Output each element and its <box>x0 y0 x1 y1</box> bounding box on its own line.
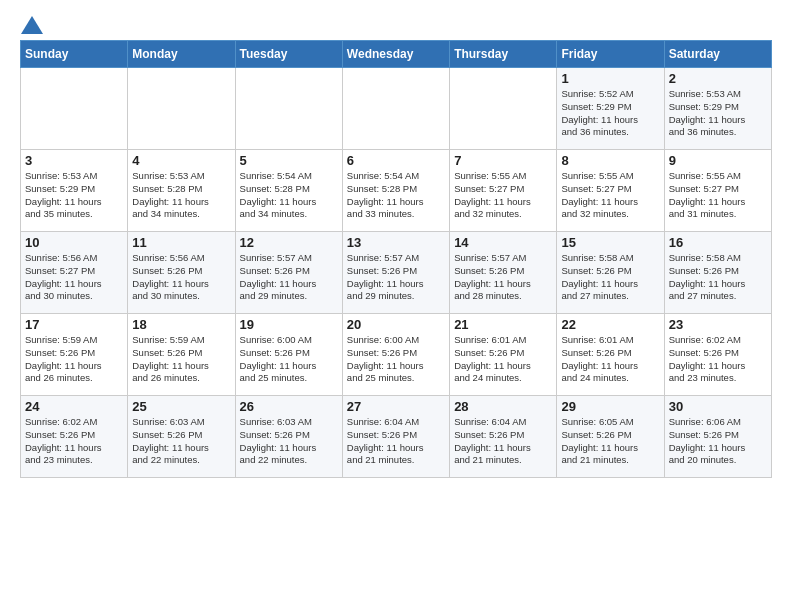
day-cell <box>128 68 235 150</box>
day-number: 11 <box>132 235 230 250</box>
calendar-table: SundayMondayTuesdayWednesdayThursdayFrid… <box>20 40 772 478</box>
day-cell: 30Sunrise: 6:06 AM Sunset: 5:26 PM Dayli… <box>664 396 771 478</box>
week-row-1: 1Sunrise: 5:52 AM Sunset: 5:29 PM Daylig… <box>21 68 772 150</box>
day-info: Sunrise: 5:53 AM Sunset: 5:28 PM Dayligh… <box>132 170 230 221</box>
day-number: 22 <box>561 317 659 332</box>
day-info: Sunrise: 6:04 AM Sunset: 5:26 PM Dayligh… <box>454 416 552 467</box>
day-cell <box>450 68 557 150</box>
week-row-3: 10Sunrise: 5:56 AM Sunset: 5:27 PM Dayli… <box>21 232 772 314</box>
day-number: 29 <box>561 399 659 414</box>
day-cell: 23Sunrise: 6:02 AM Sunset: 5:26 PM Dayli… <box>664 314 771 396</box>
day-number: 20 <box>347 317 445 332</box>
day-number: 25 <box>132 399 230 414</box>
col-header-friday: Friday <box>557 41 664 68</box>
day-info: Sunrise: 5:55 AM Sunset: 5:27 PM Dayligh… <box>454 170 552 221</box>
col-header-monday: Monday <box>128 41 235 68</box>
day-info: Sunrise: 6:02 AM Sunset: 5:26 PM Dayligh… <box>669 334 767 385</box>
day-info: Sunrise: 5:54 AM Sunset: 5:28 PM Dayligh… <box>240 170 338 221</box>
day-cell: 4Sunrise: 5:53 AM Sunset: 5:28 PM Daylig… <box>128 150 235 232</box>
day-cell: 28Sunrise: 6:04 AM Sunset: 5:26 PM Dayli… <box>450 396 557 478</box>
svg-marker-0 <box>21 16 43 34</box>
day-info: Sunrise: 6:00 AM Sunset: 5:26 PM Dayligh… <box>347 334 445 385</box>
day-number: 5 <box>240 153 338 168</box>
day-info: Sunrise: 5:56 AM Sunset: 5:27 PM Dayligh… <box>25 252 123 303</box>
page: SundayMondayTuesdayWednesdayThursdayFrid… <box>0 0 792 494</box>
day-number: 26 <box>240 399 338 414</box>
week-row-5: 24Sunrise: 6:02 AM Sunset: 5:26 PM Dayli… <box>21 396 772 478</box>
day-info: Sunrise: 6:05 AM Sunset: 5:26 PM Dayligh… <box>561 416 659 467</box>
day-cell <box>21 68 128 150</box>
col-header-sunday: Sunday <box>21 41 128 68</box>
header <box>20 16 772 30</box>
day-cell: 2Sunrise: 5:53 AM Sunset: 5:29 PM Daylig… <box>664 68 771 150</box>
day-number: 7 <box>454 153 552 168</box>
col-header-thursday: Thursday <box>450 41 557 68</box>
day-cell: 13Sunrise: 5:57 AM Sunset: 5:26 PM Dayli… <box>342 232 449 314</box>
day-cell: 15Sunrise: 5:58 AM Sunset: 5:26 PM Dayli… <box>557 232 664 314</box>
day-info: Sunrise: 5:59 AM Sunset: 5:26 PM Dayligh… <box>132 334 230 385</box>
day-number: 28 <box>454 399 552 414</box>
day-info: Sunrise: 5:58 AM Sunset: 5:26 PM Dayligh… <box>669 252 767 303</box>
day-number: 15 <box>561 235 659 250</box>
day-cell: 17Sunrise: 5:59 AM Sunset: 5:26 PM Dayli… <box>21 314 128 396</box>
day-cell <box>235 68 342 150</box>
day-number: 4 <box>132 153 230 168</box>
day-number: 8 <box>561 153 659 168</box>
day-info: Sunrise: 5:55 AM Sunset: 5:27 PM Dayligh… <box>669 170 767 221</box>
day-number: 27 <box>347 399 445 414</box>
day-cell: 27Sunrise: 6:04 AM Sunset: 5:26 PM Dayli… <box>342 396 449 478</box>
day-cell: 18Sunrise: 5:59 AM Sunset: 5:26 PM Dayli… <box>128 314 235 396</box>
day-info: Sunrise: 5:57 AM Sunset: 5:26 PM Dayligh… <box>454 252 552 303</box>
day-info: Sunrise: 5:57 AM Sunset: 5:26 PM Dayligh… <box>240 252 338 303</box>
day-cell: 21Sunrise: 6:01 AM Sunset: 5:26 PM Dayli… <box>450 314 557 396</box>
day-cell: 7Sunrise: 5:55 AM Sunset: 5:27 PM Daylig… <box>450 150 557 232</box>
day-cell: 11Sunrise: 5:56 AM Sunset: 5:26 PM Dayli… <box>128 232 235 314</box>
day-cell: 1Sunrise: 5:52 AM Sunset: 5:29 PM Daylig… <box>557 68 664 150</box>
day-cell: 20Sunrise: 6:00 AM Sunset: 5:26 PM Dayli… <box>342 314 449 396</box>
day-cell: 29Sunrise: 6:05 AM Sunset: 5:26 PM Dayli… <box>557 396 664 478</box>
logo <box>20 16 43 30</box>
week-row-4: 17Sunrise: 5:59 AM Sunset: 5:26 PM Dayli… <box>21 314 772 396</box>
day-cell: 19Sunrise: 6:00 AM Sunset: 5:26 PM Dayli… <box>235 314 342 396</box>
day-number: 16 <box>669 235 767 250</box>
day-number: 3 <box>25 153 123 168</box>
week-row-2: 3Sunrise: 5:53 AM Sunset: 5:29 PM Daylig… <box>21 150 772 232</box>
day-number: 10 <box>25 235 123 250</box>
day-number: 19 <box>240 317 338 332</box>
day-info: Sunrise: 5:59 AM Sunset: 5:26 PM Dayligh… <box>25 334 123 385</box>
day-number: 21 <box>454 317 552 332</box>
day-info: Sunrise: 5:55 AM Sunset: 5:27 PM Dayligh… <box>561 170 659 221</box>
day-cell: 8Sunrise: 5:55 AM Sunset: 5:27 PM Daylig… <box>557 150 664 232</box>
day-info: Sunrise: 6:00 AM Sunset: 5:26 PM Dayligh… <box>240 334 338 385</box>
day-number: 14 <box>454 235 552 250</box>
day-cell: 25Sunrise: 6:03 AM Sunset: 5:26 PM Dayli… <box>128 396 235 478</box>
col-header-tuesday: Tuesday <box>235 41 342 68</box>
day-info: Sunrise: 6:01 AM Sunset: 5:26 PM Dayligh… <box>561 334 659 385</box>
calendar-header-row: SundayMondayTuesdayWednesdayThursdayFrid… <box>21 41 772 68</box>
day-info: Sunrise: 6:01 AM Sunset: 5:26 PM Dayligh… <box>454 334 552 385</box>
day-info: Sunrise: 6:06 AM Sunset: 5:26 PM Dayligh… <box>669 416 767 467</box>
day-number: 23 <box>669 317 767 332</box>
day-number: 30 <box>669 399 767 414</box>
day-info: Sunrise: 5:57 AM Sunset: 5:26 PM Dayligh… <box>347 252 445 303</box>
col-header-wednesday: Wednesday <box>342 41 449 68</box>
logo-icon <box>21 16 43 34</box>
day-cell: 26Sunrise: 6:03 AM Sunset: 5:26 PM Dayli… <box>235 396 342 478</box>
day-cell: 5Sunrise: 5:54 AM Sunset: 5:28 PM Daylig… <box>235 150 342 232</box>
day-cell <box>342 68 449 150</box>
day-cell: 24Sunrise: 6:02 AM Sunset: 5:26 PM Dayli… <box>21 396 128 478</box>
day-number: 6 <box>347 153 445 168</box>
day-cell: 10Sunrise: 5:56 AM Sunset: 5:27 PM Dayli… <box>21 232 128 314</box>
day-cell: 12Sunrise: 5:57 AM Sunset: 5:26 PM Dayli… <box>235 232 342 314</box>
day-info: Sunrise: 5:56 AM Sunset: 5:26 PM Dayligh… <box>132 252 230 303</box>
day-info: Sunrise: 5:52 AM Sunset: 5:29 PM Dayligh… <box>561 88 659 139</box>
day-number: 13 <box>347 235 445 250</box>
day-number: 24 <box>25 399 123 414</box>
col-header-saturday: Saturday <box>664 41 771 68</box>
day-cell: 14Sunrise: 5:57 AM Sunset: 5:26 PM Dayli… <box>450 232 557 314</box>
day-cell: 6Sunrise: 5:54 AM Sunset: 5:28 PM Daylig… <box>342 150 449 232</box>
day-number: 1 <box>561 71 659 86</box>
day-info: Sunrise: 5:58 AM Sunset: 5:26 PM Dayligh… <box>561 252 659 303</box>
day-cell: 3Sunrise: 5:53 AM Sunset: 5:29 PM Daylig… <box>21 150 128 232</box>
day-cell: 16Sunrise: 5:58 AM Sunset: 5:26 PM Dayli… <box>664 232 771 314</box>
